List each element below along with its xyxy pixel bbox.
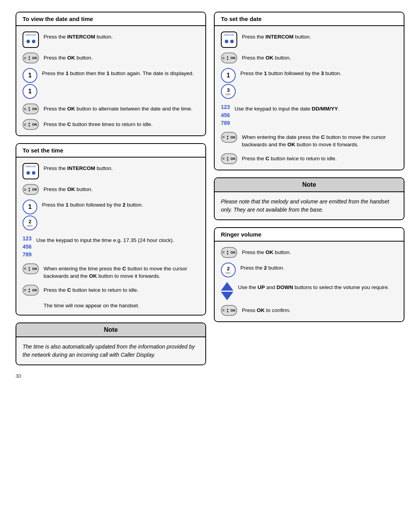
num-stack-icon: 1 1 [23, 68, 37, 99]
view-date-time-section: To view the date and time Intercom Press… [16, 12, 206, 136]
page-layout: To view the date and time Intercom Press… [16, 12, 404, 365]
step-text: Press the OK button to alternate between… [44, 103, 199, 113]
step-text: Press the 1 button then the 1 button aga… [42, 68, 199, 77]
up-arrow-icon [221, 282, 233, 291]
set-time-section: To set the time Intercom Press the INTER… [16, 143, 206, 315]
ok-button-icon: C ▲▼ OK [221, 247, 237, 258]
step-text: Press the 1 button followed by the 2 but… [42, 200, 199, 209]
view-date-time-header: To view the date and time [16, 12, 205, 26]
step-num-1-1: 1 1 Press the 1 button then the 1 button… [23, 68, 199, 99]
ringer-volume-body: C ▲▼ OK Press the OK button. 2ABC Press … [215, 242, 404, 321]
step-text: Use the keypad to input the time e.g. 17… [36, 235, 199, 244]
ringer-volume-header: Ringer volume [215, 228, 404, 242]
step-ok-1: C ▲▼ OK Press the OK button. [23, 53, 199, 63]
step-text: Use the keypad to input the date DD/MM/Y… [234, 103, 397, 113]
step-text: Use the UP and DOWN buttons to select th… [238, 282, 397, 291]
step-ok-return: C ▲▼ OK Press the C button twice to retu… [23, 285, 199, 296]
num-stack-icon: 1 3DEF [221, 68, 236, 99]
view-date-time-body: Intercom Press the INTERCOM button. C ▲▼… [16, 26, 205, 135]
set-date-header: To set the date [215, 12, 404, 26]
set-date-section: To set the date Intercom Press the INTER… [214, 12, 404, 170]
step-num-1-2: 1 2ABC Press the 1 button followed by th… [23, 200, 199, 230]
note-melody-body: Please note that the melody and volume a… [215, 192, 404, 219]
step-text: Press OK to confirm. [242, 305, 397, 314]
step-text: Press the OK button. [242, 247, 397, 256]
step-num-1-3: 1 3DEF Press the 1 button followed by th… [221, 68, 397, 99]
step-text: When entering the time press the C butto… [44, 263, 199, 280]
ok-button-icon: C ▲▼ OK [23, 285, 39, 296]
step-keypad: 123 456 789 Use the keypad to input the … [221, 103, 397, 127]
right-column: To set the date Intercom Press the INTER… [214, 12, 404, 365]
intercom-label: Intercom [25, 33, 36, 36]
set-time-body: Intercom Press the INTERCOM button. C ▲▼… [16, 158, 205, 315]
step-arrows: Use the UP and DOWN buttons to select th… [221, 282, 397, 300]
page-number: 30 [16, 373, 404, 379]
ringer-volume-section: Ringer volume C ▲▼ OK Press the OK butto… [214, 227, 404, 322]
step-ok-confirm: C ▲▼ OK Press OK to confirm. [221, 305, 397, 316]
step-ok-c: C ▲▼ OK When entering the time press the… [23, 263, 199, 280]
ok-button-icon: C ▲▼ OK [221, 53, 237, 63]
step-ok-return: C ▲▼ OK Press the C button twice to retu… [221, 153, 397, 164]
ok-button-icon: C ▲▼ OK [221, 132, 237, 143]
step-intercom: Intercom Press the INTERCOM button. [23, 163, 199, 179]
step-intercom-1: Intercom Press the INTERCOM button. [23, 32, 199, 48]
step-text: When entering the date press the C butto… [242, 132, 397, 149]
note-melody-header: Note [215, 178, 404, 192]
down-arrow-icon [221, 292, 233, 300]
keypad-icon: 123 456 789 [221, 103, 230, 127]
step-ok: C ▲▼ OK Press the OK button. [23, 184, 199, 195]
intercom-button-icon: Intercom [23, 163, 39, 179]
num-2-icon: 2ABC [221, 263, 236, 277]
note-melody-section: Note Please note that the melody and vol… [214, 177, 404, 220]
step-ok-c: C ▲▼ OK When entering the date press the… [221, 132, 397, 149]
step-text: Press the OK button. [44, 53, 199, 62]
step-text: Press the OK button. [242, 53, 397, 62]
arrows-icon [221, 282, 233, 300]
ok-button-icon: C ▲▼ OK [23, 119, 39, 130]
set-time-header: To set the time [16, 144, 205, 158]
ok-button-icon: C ▲▼ OK [221, 153, 237, 164]
intercom-button-icon: Intercom [23, 32, 39, 48]
ok-button-icon: C ▲▼ OK [23, 263, 39, 274]
left-column: To view the date and time Intercom Press… [16, 12, 206, 365]
step-text: Press the 2 button. [240, 263, 397, 272]
keypad-icon: 123 456 789 [23, 235, 32, 259]
note-time-header: Note [16, 323, 205, 337]
step-num-2: 2ABC Press the 2 button. [221, 263, 397, 277]
step-text: Press the OK button. [44, 184, 199, 193]
step-text: Press the C button three times to return… [44, 119, 199, 128]
intercom-button-icon: Intercom [221, 32, 237, 48]
step-text: Press the INTERCOM button. [242, 32, 397, 41]
intercom-label: Intercom [224, 33, 234, 36]
num-stack-icon: 1 2ABC [23, 200, 37, 230]
note-time-section: Note The time is also automatically upda… [16, 322, 206, 365]
step-keypad: 123 456 789 Use the keypad to input the … [23, 235, 199, 259]
step-text: Press the 1 button followed by the 3 but… [240, 68, 397, 77]
step-text: Press the INTERCOM button. [44, 32, 199, 41]
step-ok: C ▲▼ OK Press the OK button. [221, 53, 397, 63]
ok-button-icon: C ▲▼ OK [23, 103, 39, 114]
ok-button-icon: C ▲▼ OK [221, 305, 237, 316]
step-text: Press the C button twice to return to id… [242, 153, 397, 163]
step-ok: C ▲▼ OK Press the OK button. [221, 247, 397, 258]
step-text: Press the C button twice to return to id… [44, 285, 199, 294]
set-date-body: Intercom Press the INTERCOM button. C ▲▼… [215, 26, 404, 170]
step-text: Press the INTERCOM button. [44, 163, 199, 172]
step-ok-3: C ▲▼ OK Press the C button three times t… [23, 119, 199, 130]
step-intercom: Intercom Press the INTERCOM button. [221, 32, 397, 48]
step-handset-text: The time will now appear on the handset. [23, 300, 199, 310]
intercom-label: Intercom [25, 165, 36, 168]
ok-button-icon: C ▲▼ OK [23, 184, 39, 195]
step-ok-2: C ▲▼ OK Press the OK button to alternate… [23, 103, 199, 114]
step-text: The time will now appear on the handset. [44, 300, 199, 310]
note-time-body: The time is also automatically updated f… [16, 337, 205, 365]
ok-button-icon: C ▲▼ OK [23, 53, 39, 63]
